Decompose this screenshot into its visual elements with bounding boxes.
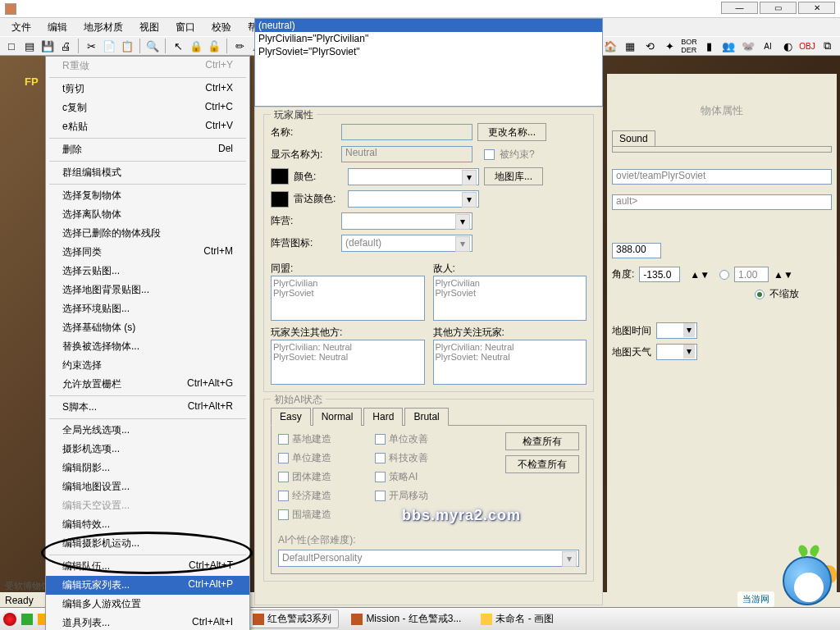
- toolbar-button[interactable]: ▤: [21, 38, 38, 54]
- menu-item[interactable]: 选择同类Ctrl+M: [46, 243, 249, 262]
- player-item[interactable]: PlyrCivilian="PlyrCivilian": [255, 32, 602, 45]
- team-path-input[interactable]: oviet/teamPlyrSoviet: [612, 169, 832, 185]
- tool-icon[interactable]: AI: [760, 38, 776, 54]
- display-as-input[interactable]: Neutral: [341, 146, 472, 162]
- sound-tab[interactable]: Sound: [612, 130, 655, 147]
- toolbar-button[interactable]: 🔓: [206, 38, 222, 54]
- tab-normal[interactable]: Normal: [313, 408, 363, 426]
- maximize-button[interactable]: ▭: [760, 2, 797, 14]
- faction-select[interactable]: [341, 212, 472, 230]
- toolbar-button[interactable]: 🔍: [144, 38, 161, 54]
- toolbar-button[interactable]: 📄: [101, 38, 117, 54]
- menu-check[interactable]: 校验: [203, 18, 240, 37]
- menu-item[interactable]: 编辑多人游戏位置: [46, 595, 249, 614]
- toolbar-button[interactable]: 📋: [119, 38, 135, 54]
- menu-item[interactable]: 摄影机选项...: [46, 440, 249, 459]
- tool-icon[interactable]: BORDER: [681, 38, 697, 54]
- menu-item[interactable]: 选择复制物体: [46, 186, 249, 205]
- menu-item[interactable]: c复制Ctrl+C: [46, 98, 249, 117]
- tool-icon[interactable]: OBJ: [799, 38, 815, 54]
- ai-checkbox[interactable]: [375, 434, 386, 445]
- menu-item[interactable]: t剪切Ctrl+X: [46, 80, 249, 98]
- name-input[interactable]: [341, 124, 472, 140]
- ai-checkbox[interactable]: [278, 434, 289, 445]
- menu-item[interactable]: S脚本...Ctrl+Alt+R: [46, 398, 249, 417]
- menu-item[interactable]: 道具列表...Ctrl+Alt+I: [46, 614, 249, 630]
- menu-item[interactable]: 编辑玩家列表...Ctrl+Alt+P: [46, 576, 249, 595]
- taskbar-item[interactable]: 红色警戒3系列: [245, 609, 340, 628]
- menu-item[interactable]: 约束选择: [46, 356, 249, 375]
- menu-item[interactable]: 允许放置栅栏Ctrl+Alt+G: [46, 375, 249, 394]
- ally-listbox[interactable]: PlyrCivilian PlyrSoviet: [271, 276, 425, 321]
- taskbar-item[interactable]: Mission - 红色警戒3...: [344, 609, 468, 628]
- check-all-button[interactable]: 检查所有: [505, 432, 579, 450]
- tool-icon[interactable]: ⧉: [819, 38, 835, 54]
- player-item-selected[interactable]: (neutral): [255, 19, 602, 32]
- menu-item[interactable]: 选择离队物体: [46, 205, 249, 224]
- menu-window[interactable]: 窗口: [167, 18, 203, 37]
- bound-checkbox[interactable]: [484, 149, 495, 160]
- menu-item[interactable]: 编辑天空设置...: [46, 496, 249, 515]
- tray-icon[interactable]: [21, 614, 33, 625]
- color-swatch[interactable]: [271, 168, 289, 185]
- menu-item[interactable]: 全局光线选项...: [46, 421, 249, 440]
- close-button[interactable]: ✕: [798, 2, 835, 14]
- maplib-button[interactable]: 地图库...: [484, 167, 543, 185]
- menu-item[interactable]: 选择环境贴图...: [46, 299, 249, 318]
- ai-checkbox[interactable]: [375, 453, 386, 463]
- angle-input[interactable]: [639, 267, 680, 282]
- tool-icon[interactable]: 🏠: [602, 38, 619, 54]
- ai-checkbox[interactable]: [278, 472, 289, 482]
- toolbar-button[interactable]: 💾: [39, 38, 56, 54]
- ai-checkbox[interactable]: [278, 491, 289, 501]
- tool-icon[interactable]: 🐭: [740, 38, 756, 54]
- tool-icon[interactable]: ✦: [661, 38, 678, 54]
- menu-item[interactable]: 编辑特效...: [46, 515, 249, 534]
- ai-persona-select[interactable]: DefaultPersonality: [278, 550, 579, 567]
- menu-item[interactable]: 替换被选择物体...: [46, 337, 249, 356]
- menu-item[interactable]: 编辑摄影机运动...: [46, 534, 249, 553]
- tab-hard[interactable]: Hard: [363, 408, 403, 426]
- menu-item[interactable]: 选择地图背景贴图...: [46, 281, 249, 299]
- watch-other-listbox[interactable]: PlyrCivilian: Neutral PlyrSoviet: Neutra…: [271, 340, 425, 385]
- tab-easy[interactable]: Easy: [271, 408, 311, 426]
- color-select[interactable]: [348, 168, 479, 185]
- noscale-radio[interactable]: [755, 290, 765, 299]
- menu-item[interactable]: 编辑地图设置...: [46, 477, 249, 496]
- menu-file[interactable]: 文件: [3, 18, 39, 37]
- menu-item[interactable]: 群组编辑模式: [46, 163, 249, 182]
- value-input[interactable]: 388.00: [612, 243, 661, 258]
- tab-brutal[interactable]: Brutal: [404, 408, 448, 426]
- radar-color-select[interactable]: [348, 190, 479, 208]
- menu-item[interactable]: 删除Del: [46, 140, 249, 159]
- tool-icon[interactable]: ▮: [701, 38, 717, 54]
- uncheck-all-button[interactable]: 不检查所有: [505, 455, 579, 473]
- toolbar-button[interactable]: 🔒: [188, 38, 204, 54]
- menu-item[interactable]: 选择基础物体 (s): [46, 318, 249, 337]
- ai-checkbox[interactable]: [375, 491, 386, 501]
- tool-icon[interactable]: ◐: [779, 38, 796, 54]
- faction-icon-select[interactable]: (default): [341, 235, 472, 252]
- menu-item[interactable]: 选择已删除的物体残段: [46, 224, 249, 243]
- taskbar-item[interactable]: 未命名 - 画图: [473, 609, 561, 628]
- toolbar-button[interactable]: 🖨: [57, 38, 74, 54]
- ai-checkbox[interactable]: [278, 509, 289, 520]
- menu-terrain[interactable]: 地形材质: [75, 18, 131, 37]
- menu-view[interactable]: 视图: [131, 18, 167, 37]
- enemy-listbox[interactable]: PlyrCivilian PlyrSoviet: [433, 276, 587, 321]
- player-listbox[interactable]: (neutral) PlyrCivilian="PlyrCivilian" Pl…: [254, 18, 603, 107]
- tool-icon[interactable]: ⟲: [641, 38, 658, 54]
- player-item[interactable]: PlyrSoviet="PlyrSoviet": [255, 45, 602, 58]
- menu-edit[interactable]: 编辑: [39, 18, 75, 37]
- toolbar-button[interactable]: ✂: [83, 38, 99, 54]
- rename-button[interactable]: 更改名称...: [477, 123, 546, 141]
- minimize-button[interactable]: —: [721, 2, 758, 14]
- default-input[interactable]: ault>: [612, 194, 832, 210]
- menu-item[interactable]: 编辑队伍...Ctrl+Alt+T: [46, 557, 249, 576]
- toolbar-button[interactable]: ↖: [170, 38, 186, 54]
- ai-checkbox[interactable]: [375, 472, 386, 482]
- other-watch-listbox[interactable]: PlyrCivilian: Neutral PlyrSoviet: Neutra…: [433, 340, 587, 385]
- apple-icon[interactable]: [3, 613, 16, 626]
- scale-input[interactable]: [734, 267, 769, 282]
- toolbar-button[interactable]: ✏: [231, 38, 248, 54]
